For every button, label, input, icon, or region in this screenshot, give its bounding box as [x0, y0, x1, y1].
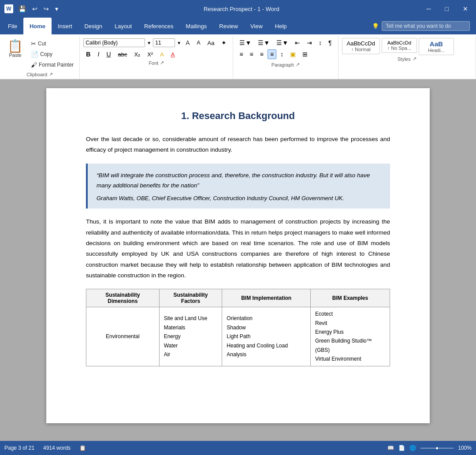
para-row2: ≡ ≡ ≡ ≡ ↕ ▣ ⊞	[237, 49, 334, 59]
zoom-slider[interactable]: ────●────	[420, 445, 454, 451]
font-name-input[interactable]	[83, 38, 145, 47]
font-label: Font ↗	[83, 59, 229, 67]
menu-bar: File Home Insert Design Layout Reference…	[0, 18, 476, 34]
tell-me-input[interactable]	[382, 21, 470, 31]
paragraph-section: ☰▼ ☰▼ ☰▼ ⇤ ⇥ ↕ ¶ ≡ ≡ ≡ ≡ ↕ ▣ ⊞ Paragraph…	[233, 36, 338, 79]
style-heading[interactable]: AaB Headi...	[419, 38, 454, 55]
cut-button[interactable]: ✂ Cut	[29, 39, 76, 48]
clipboard-actions: ✂ Cut 📄 Copy 🖌 Format Painter	[29, 38, 76, 70]
borders-button[interactable]: ⊞	[300, 49, 310, 59]
style-nospace-label: ↑ No Spa...	[387, 45, 412, 51]
paragraph-label: Paragraph ↗	[237, 61, 334, 69]
close-button[interactable]: ✕	[459, 4, 472, 14]
scissors-icon: ✂	[31, 40, 36, 47]
paragraph-expand-icon[interactable]: ↗	[296, 62, 300, 67]
styles-section: AaBbCcDd ↑ Normal AaBbCcDd ↑ No Spa... A…	[338, 36, 476, 79]
font-size-input[interactable]	[153, 38, 175, 47]
justify-button[interactable]: ≡	[268, 49, 276, 59]
col-header-implementation: BIM Implementation	[222, 289, 311, 307]
menu-help[interactable]: Help	[269, 18, 293, 34]
paste-button[interactable]: 📋 Paste	[4, 38, 27, 60]
menu-home[interactable]: Home	[23, 18, 52, 34]
shading-button[interactable]: ▣	[287, 49, 298, 59]
col-header-dimensions: Sustainability Dimensions	[86, 289, 160, 307]
cell-dimension: Environmental	[86, 307, 160, 366]
menu-design[interactable]: Design	[78, 18, 108, 34]
sustainability-table: Sustainability Dimensions Sustainability…	[86, 289, 390, 366]
menu-mailings[interactable]: Mailings	[180, 18, 213, 34]
align-left-button[interactable]: ≡	[237, 49, 245, 59]
subscript-button[interactable]: X₂	[131, 50, 143, 59]
menu-view[interactable]: View	[244, 18, 269, 34]
window-title: Research Prospect - 1 - Word	[204, 6, 279, 12]
grow-font-button[interactable]: A	[183, 38, 192, 48]
quote-text: “BIM will integrate the construction pro…	[97, 171, 381, 191]
font-color-button[interactable]: A	[168, 50, 178, 59]
ribbon: 📋 Paste ✂ Cut 📄 Copy 🖌 Format Painter	[0, 34, 476, 79]
cell-implementation: OrientationShadowLight PathHeating and C…	[222, 307, 311, 366]
style-normal-text: AaBbCcDd	[347, 40, 375, 47]
language-icon: 📋	[79, 445, 86, 451]
style-normal[interactable]: AaBbCcDd ↑ Normal	[342, 38, 380, 54]
copy-button[interactable]: 📄 Copy	[29, 49, 76, 59]
menu-insert[interactable]: Insert	[52, 18, 78, 34]
underline-button[interactable]: U	[104, 49, 113, 59]
superscript-button[interactable]: X²	[145, 50, 156, 59]
menu-review[interactable]: Review	[213, 18, 244, 34]
view-web-button[interactable]: 🌐	[409, 445, 416, 451]
font-expand-icon[interactable]: ↗	[160, 60, 164, 66]
shrink-font-button[interactable]: A	[194, 38, 203, 47]
clipboard-label: Clipboard ↗	[4, 71, 76, 79]
paragraph-1: Over the last decade or so, considerable…	[86, 134, 390, 156]
format-painter-button[interactable]: 🖌 Format Painter	[29, 60, 76, 70]
align-center-button[interactable]: ≡	[247, 49, 256, 59]
sort-button[interactable]: ↕	[316, 38, 324, 48]
table-row: Environmental Site and Land UseMaterials…	[86, 307, 390, 366]
show-marks-button[interactable]: ¶	[326, 38, 335, 48]
save-button[interactable]: 💾	[17, 4, 28, 13]
view-read-button[interactable]: 📖	[387, 445, 394, 451]
minimize-button[interactable]: ─	[423, 4, 435, 14]
style-nospace[interactable]: AaBbCcDd ↑ No Spa...	[382, 38, 417, 53]
align-right-button[interactable]: ≡	[257, 49, 266, 59]
format-painter-label: Format Painter	[39, 62, 74, 68]
document-page[interactable]: 1. Research Background Over the last dec…	[46, 88, 430, 423]
font-name-dropdown-icon[interactable]: ▼	[147, 41, 151, 45]
word-count: 4914 words	[43, 445, 71, 451]
menu-file[interactable]: File	[2, 18, 23, 34]
undo-button[interactable]: ↩	[30, 4, 39, 13]
word-icon: W	[4, 4, 13, 13]
italic-button[interactable]: I	[95, 49, 102, 59]
col-header-factors: Sustainability Factors	[159, 289, 222, 307]
font-size-dropdown-icon[interactable]: ▼	[177, 41, 181, 45]
highlight-button[interactable]: A	[157, 50, 167, 59]
strikethrough-button[interactable]: abc	[115, 50, 130, 59]
menu-layout[interactable]: Layout	[108, 18, 138, 34]
multilevel-button[interactable]: ☰▼	[274, 38, 291, 48]
para-row1: ☰▼ ☰▼ ☰▼ ⇤ ⇥ ↕ ¶	[237, 38, 334, 48]
styles-label-text: Styles	[398, 56, 411, 62]
clipboard-content: 📋 Paste ✂ Cut 📄 Copy 🖌 Format Painter	[4, 38, 76, 71]
line-spacing-button[interactable]: ↕	[278, 49, 286, 59]
font-section: ▼ ▼ A A Aa ✦ B I U abc X₂ X² A A Font ↗	[80, 36, 233, 79]
clear-formatting-button[interactable]: ✦	[219, 38, 229, 48]
more-button[interactable]: ▾	[53, 4, 60, 13]
increase-indent-button[interactable]: ⇥	[304, 38, 315, 48]
bold-button[interactable]: B	[83, 49, 93, 59]
decrease-indent-button[interactable]: ⇤	[292, 38, 303, 48]
case-button[interactable]: Aa	[205, 38, 217, 48]
style-heading-text: AaB	[424, 40, 449, 48]
paste-icon: 📋	[7, 40, 23, 52]
menu-references[interactable]: References	[138, 18, 179, 34]
style-nospace-text: AaBbCcDd	[387, 40, 412, 45]
status-bar: Page 3 of 21 4914 words 📋 📖 📄 🌐 ────●───…	[0, 441, 476, 455]
restore-button[interactable]: □	[442, 4, 452, 14]
copy-icon: 📄	[31, 51, 38, 58]
bullets-button[interactable]: ☰▼	[237, 38, 254, 48]
title-bar: W 💾 ↩ ↪ ▾ Research Prospect - 1 - Word ─…	[0, 0, 476, 18]
view-print-button[interactable]: 📄	[398, 445, 405, 451]
styles-expand-icon[interactable]: ↗	[413, 56, 416, 62]
redo-button[interactable]: ↪	[42, 4, 51, 13]
clipboard-expand-icon[interactable]: ↗	[49, 71, 53, 77]
numbering-button[interactable]: ☰▼	[255, 38, 272, 48]
